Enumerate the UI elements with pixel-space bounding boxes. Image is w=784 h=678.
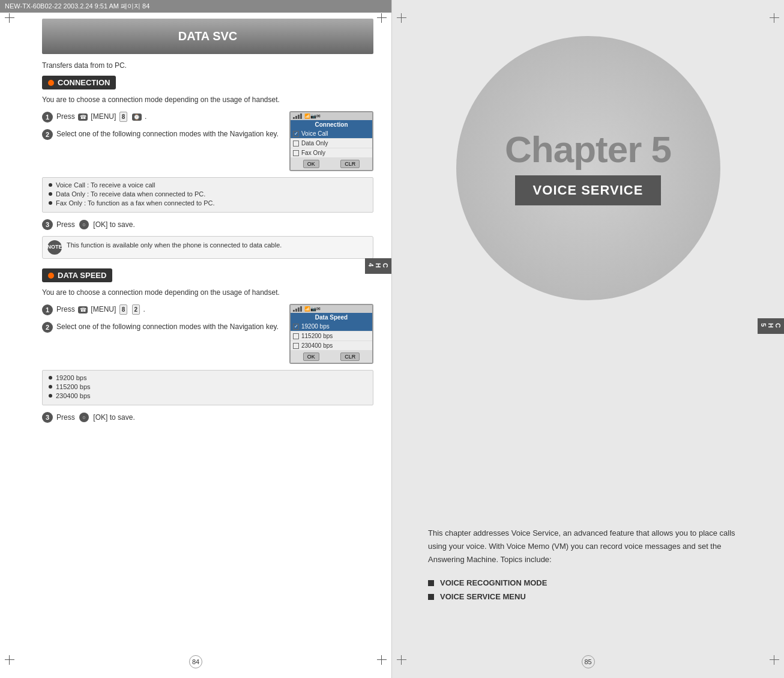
bullet-label-1: VOICE RECOGNITION MODE <box>440 578 547 587</box>
data-svc-header: DATA SVC <box>42 19 373 54</box>
step1-text: Press ☎ [MENU] 8 ⌚ . <box>56 111 146 122</box>
bullet-label-2: VOICE SERVICE MENU <box>440 592 526 601</box>
connection-header: CONNECTION <box>42 76 116 89</box>
crosshair-bottom-left <box>5 655 14 665</box>
ds-screen-title: Data Speed <box>291 313 372 322</box>
device-item-fax-only: Fax Only <box>291 148 372 158</box>
step1-num: 1 <box>42 112 53 123</box>
crosshair-top-right <box>377 13 387 23</box>
step2-text: Select one of the following connection m… <box>56 129 279 139</box>
connection-label: CONNECTION <box>58 78 110 87</box>
step3-text: Press ○ [OK] to save. <box>56 219 135 230</box>
ds-bullet-list: 19200 bps 115200 bps 230400 bps <box>42 370 373 405</box>
device-item-data-only: Data Only <box>291 139 372 148</box>
connection-desc: You are to choose a connection mode depe… <box>42 94 373 105</box>
ds-item-115200: 115200 bps <box>291 331 372 341</box>
connection-dot <box>48 80 54 86</box>
left-content: DATA SVC Transfers data from to PC. CONN… <box>0 13 391 435</box>
bullet-voice-service-menu: VOICE SERVICE MENU <box>428 592 748 601</box>
device-item-voice-call: ✓ Voice Call <box>291 129 372 139</box>
ok-icon: ○ <box>79 220 89 229</box>
device-screen-connection: 📶📷✉ Connection ✓ Voice Call Data Only <box>289 111 373 171</box>
ds-step2-text: Select one of the following connection m… <box>56 321 279 332</box>
data-speed-steps-area: 1 Press ☎ [MENU] 8 2 . 2 Select one of t… <box>42 304 373 364</box>
connection-section: CONNECTION You are to choose a connectio… <box>42 76 373 259</box>
clr-button[interactable]: CLR <box>340 160 360 168</box>
step3-num: 3 <box>42 219 53 230</box>
left-page: NEW-TX-60B02-22 2003.2.24 9:51 AM 페이지 84… <box>0 0 392 678</box>
crosshair-top-left <box>5 13 14 23</box>
ds-ok-icon: ○ <box>79 413 89 422</box>
key-8: 8 <box>119 112 128 122</box>
checkbox-data <box>293 141 299 147</box>
bullet-voice-recognition: VOICE RECOGNITION MODE <box>428 578 748 587</box>
data-speed-section: DATA SPEED You are to choose a connectio… <box>42 268 373 423</box>
note-text: This function is available only when the… <box>67 240 282 250</box>
data-speed-screen: 📶📷✉ Data Speed ✓ 19200 bps 115200 bps <box>289 304 373 364</box>
ds-bullet-dot-3 <box>49 394 52 398</box>
note-box: NOTE This function is available only whe… <box>42 236 373 259</box>
connection-step2: 2 Select one of the following connection… <box>42 129 282 140</box>
transfers-text: Transfers data from to PC. <box>42 61 373 70</box>
data-speed-step1: 1 Press ☎ [MENU] 8 2 . <box>42 304 282 315</box>
ds-step3: 3 Press ○ [OK] to save. <box>42 411 373 423</box>
data-speed-desc: You are to choose a connection mode depe… <box>42 287 373 298</box>
top-bar: NEW-TX-60B02-22 2003.2.24 9:51 AM 페이지 84 <box>0 0 391 13</box>
ds-bullet-1: 19200 bps <box>49 374 367 381</box>
bullet-dot-1 <box>49 183 52 187</box>
right-page-number: 85 <box>582 655 595 668</box>
data-speed-header: DATA SPEED <box>42 268 112 282</box>
right-crosshair-bl <box>397 655 406 665</box>
bullet-square-2 <box>428 594 434 600</box>
connection-steps-left: 1 Press ☎ [MENU] 8 ⌚ . 2 Select one of t… <box>42 111 282 171</box>
device-icons: 📶📷✉ <box>304 114 321 119</box>
right-page: Chapter 5 VOICE SERVICE This chapter add… <box>392 0 784 678</box>
ds-step3-num: 3 <box>42 412 53 423</box>
connection-bullet-list: Voice Call : To receive a voice call Dat… <box>42 177 373 213</box>
signal-bar-1 <box>293 117 295 119</box>
ds-key-2: 2 <box>132 304 140 315</box>
ds-device-icons: 📶📷✉ <box>304 306 321 312</box>
bullet-dot-2 <box>49 192 52 196</box>
data-speed-label: DATA SPEED <box>58 271 106 280</box>
ok-button[interactable]: OK <box>303 160 319 168</box>
data-speed-step2: 2 Select one of the following connection… <box>42 321 282 333</box>
ds-clr-button[interactable]: CLR <box>340 353 360 361</box>
device-topbar: 📶📷✉ <box>291 112 372 120</box>
ds-bullet-dot-1 <box>49 376 52 380</box>
voice-service-title: VOICE SERVICE <box>515 175 662 205</box>
phone-icon-1: ☎ <box>78 114 88 121</box>
ds-bullet-2: 115200 bps <box>49 383 367 390</box>
bullet-fax-only: Fax Only : To function as a fax when con… <box>49 199 367 207</box>
bullet-dot-3 <box>49 201 52 205</box>
ds-step1-text: Press ☎ [MENU] 8 2 . <box>56 304 145 315</box>
connection-steps-area: 1 Press ☎ [MENU] 8 ⌚ . 2 Select one of t… <box>42 111 373 171</box>
ds-step1-num: 1 <box>42 304 53 315</box>
right-page-content: This chapter addresses Voice Service, an… <box>428 527 748 606</box>
note-icon: NOTE <box>47 240 62 255</box>
ds-signal-bar-1 <box>293 310 295 312</box>
top-bar-text: NEW-TX-60B02-22 2003.2.24 9:51 AM 페이지 84 <box>5 2 149 11</box>
step2-num: 2 <box>42 129 53 140</box>
right-crosshair-tl <box>397 13 406 23</box>
connection-step3: 3 Press ○ [OK] to save. <box>42 219 373 230</box>
device-screen-title: Connection <box>291 120 372 129</box>
data-speed-dot <box>48 273 54 279</box>
checkbox-fax <box>293 150 299 156</box>
ds-bullet-dot-2 <box>49 385 52 389</box>
device-buttons: OK CLR <box>291 158 372 170</box>
ds-ok-button[interactable]: OK <box>303 353 319 361</box>
device-screen-speed: 📶📷✉ Data Speed ✓ 19200 bps 115200 bps <box>289 304 373 364</box>
ds-checkbox-2 <box>293 333 299 339</box>
ds-key-8: 8 <box>119 304 128 315</box>
signal-bar-4 <box>300 114 302 119</box>
chapter-desc: This chapter addresses Voice Service, an… <box>428 527 748 566</box>
ds-phone-icon-1: ☎ <box>78 306 88 313</box>
connection-step1: 1 Press ☎ [MENU] 8 ⌚ . <box>42 111 282 123</box>
bullet-voice-call: Voice Call : To receive a voice call <box>49 181 367 189</box>
right-crosshair-tr <box>770 13 779 23</box>
crosshair-bottom-right <box>377 655 387 665</box>
bullet-square-1 <box>428 580 434 586</box>
data-speed-steps-left: 1 Press ☎ [MENU] 8 2 . 2 Select one of t… <box>42 304 282 364</box>
ds-signal-bar-2 <box>295 309 297 312</box>
